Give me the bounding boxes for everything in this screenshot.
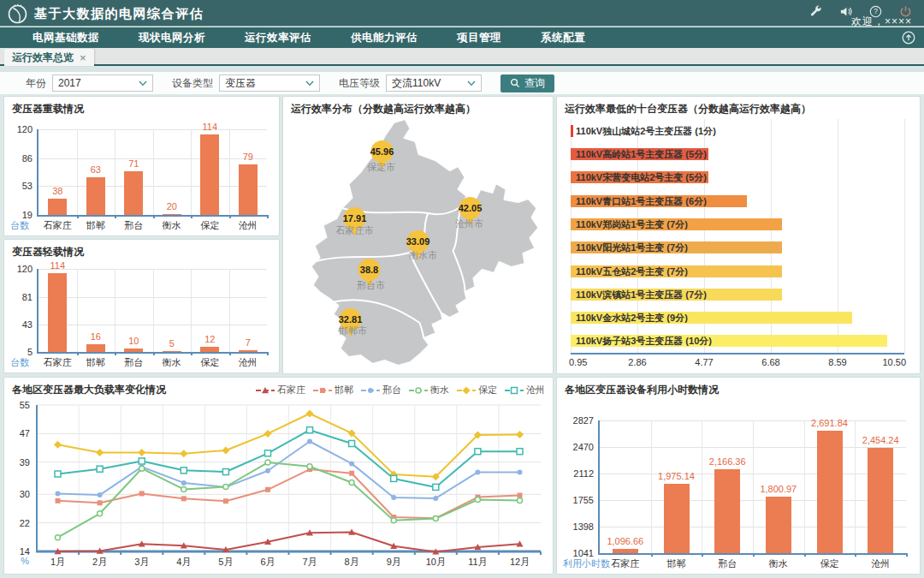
voltage-select[interactable]: 交流110kV bbox=[386, 74, 482, 92]
bar-value-label: 1,800.97 bbox=[740, 484, 817, 494]
nav-item[interactable]: 供电能力评估 bbox=[337, 31, 431, 45]
map-pin-value: 17.91 bbox=[343, 213, 367, 223]
series-marker bbox=[98, 492, 103, 498]
legend-item[interactable]: 邯郸 bbox=[313, 384, 353, 396]
x-tick-label: 5月 bbox=[218, 557, 233, 567]
bar bbox=[613, 549, 638, 553]
series-marker bbox=[98, 511, 103, 516]
bar bbox=[817, 431, 843, 553]
bar-label: 110kV五仓站2号主变 (7分) bbox=[576, 265, 688, 277]
series-marker bbox=[264, 430, 272, 438]
axis-tick bbox=[651, 553, 653, 557]
axis-tick bbox=[267, 352, 269, 355]
axis-tick bbox=[77, 352, 79, 355]
axis-tick bbox=[229, 215, 231, 218]
legend-marker bbox=[361, 386, 380, 395]
utilization-hours-bar-chart: 2827247021121755139810411,096.66石家庄1,975… bbox=[560, 398, 916, 570]
chevron-down-icon bbox=[305, 80, 314, 86]
search-button-label: 查询 bbox=[524, 76, 545, 91]
map-pin-value: 45.96 bbox=[370, 146, 394, 157]
wrench-icon[interactable] bbox=[809, 5, 822, 18]
efficiency-map: 45.96保定市17.91石家庄市33.09衡水市42.05沧州市38.8邢台市… bbox=[287, 117, 549, 370]
legend-item[interactable]: 衡水 bbox=[409, 384, 449, 396]
series-marker bbox=[306, 410, 314, 418]
bar-value-label: 2,166.36 bbox=[689, 456, 766, 467]
bar bbox=[163, 351, 181, 353]
series-marker bbox=[391, 518, 396, 523]
axis-tick bbox=[115, 352, 116, 355]
nav-item[interactable]: 系统配置 bbox=[527, 31, 599, 45]
series-marker bbox=[391, 495, 396, 500]
legend-label: 邢台 bbox=[382, 384, 401, 396]
axis-tick bbox=[115, 215, 116, 218]
series-marker bbox=[97, 466, 103, 472]
axis-tick bbox=[702, 553, 703, 557]
series-marker bbox=[181, 480, 187, 486]
tab-efficiency-overview[interactable]: 运行效率总览 × bbox=[4, 49, 94, 66]
bar-label: 110kV扬子站3号主变压器 (10分) bbox=[576, 335, 712, 347]
x-tick-label: 4.77 bbox=[687, 357, 721, 367]
tab-close-icon[interactable]: × bbox=[80, 51, 86, 64]
series-marker bbox=[307, 464, 312, 469]
panel-title: 各地区变压器最大负载率变化情况 bbox=[12, 383, 166, 397]
series-marker bbox=[265, 450, 271, 456]
panel-title: 运行效率最低的十台变压器（分数越高运行效率越高） bbox=[565, 102, 811, 116]
series-marker bbox=[463, 386, 471, 394]
map-city-label: 保定市 bbox=[367, 162, 395, 172]
x-tick-label: 8.59 bbox=[820, 357, 855, 367]
nav-item[interactable]: 运行效率评估 bbox=[231, 31, 325, 45]
legend-marker bbox=[505, 386, 524, 395]
axis-tick bbox=[191, 215, 192, 218]
series-marker bbox=[475, 498, 480, 503]
legend-item[interactable]: 邢台 bbox=[361, 384, 401, 396]
map-city-label: 衡水市 bbox=[408, 250, 437, 260]
panel-utilization-hours: 各地区变压器设备利用小时数情况 282724702112175513981041… bbox=[556, 377, 921, 575]
x-tick-label: 3月 bbox=[134, 557, 149, 567]
legend-item[interactable]: 沧州 bbox=[505, 384, 545, 396]
series-marker bbox=[433, 516, 438, 521]
speaker-icon[interactable] bbox=[839, 5, 852, 18]
circle-up-arrow-icon[interactable] bbox=[902, 31, 915, 48]
series-marker bbox=[56, 491, 61, 496]
x-tick-label: 2.86 bbox=[620, 357, 654, 367]
y-axis-name: % bbox=[21, 556, 29, 566]
line-chart-svg: 5547393022141月2月3月4月5月6月7月8月9月10月11月12月% bbox=[8, 398, 549, 570]
x-tick-label: 11月 bbox=[468, 557, 487, 567]
app-window: 基于大数据的电网综合评估 ? 欢迎，×××× 电网基础数据现状电网分析运行效率评… bbox=[0, 0, 924, 578]
x-tick-label: 10.50 bbox=[874, 357, 906, 367]
series-marker bbox=[96, 449, 104, 456]
series-marker bbox=[516, 431, 524, 438]
series-marker bbox=[98, 500, 103, 505]
bar bbox=[124, 349, 143, 352]
x-tick-label: 7月 bbox=[302, 557, 317, 567]
series-marker bbox=[181, 496, 187, 501]
x-category-label: 沧州 bbox=[210, 356, 287, 369]
y-axis-name: 台数 bbox=[10, 219, 29, 232]
nav-item[interactable]: 现状电网分析 bbox=[125, 31, 219, 45]
legend-item[interactable]: 保定 bbox=[457, 384, 497, 396]
series-marker bbox=[518, 493, 523, 498]
device-select[interactable]: 变压器 bbox=[219, 74, 320, 92]
y-tick-label: 55 bbox=[20, 400, 30, 410]
x-category-label: 沧州 bbox=[210, 219, 287, 232]
x-tick-label: 8月 bbox=[345, 557, 359, 567]
bar-value-label: 38 bbox=[19, 186, 96, 196]
search-button[interactable]: 查询 bbox=[500, 74, 554, 92]
legend-item[interactable]: 石家庄 bbox=[256, 384, 305, 396]
load-rate-line-chart: 5547393022141月2月3月4月5月6月7月8月9月10月11月12月% bbox=[8, 398, 549, 570]
year-select[interactable]: 2017 bbox=[52, 74, 153, 92]
search-icon bbox=[510, 78, 520, 88]
bar bbox=[714, 469, 740, 553]
voltage-select-value: 交流110kV bbox=[392, 76, 441, 91]
bar-label: 110kV宋营变电站2号主变 (5分) bbox=[576, 171, 707, 183]
x-category-label: 沧州 bbox=[842, 557, 919, 570]
legend-label: 邯郸 bbox=[335, 384, 353, 396]
x-tick-label: 2月 bbox=[92, 557, 107, 567]
series-marker bbox=[139, 466, 145, 471]
bar-value-label: 79 bbox=[210, 152, 287, 162]
nav-item[interactable]: 项目管理 bbox=[443, 31, 515, 45]
device-filter-label: 设备类型 bbox=[172, 76, 213, 91]
app-title: 基于大数据的电网综合评估 bbox=[34, 6, 204, 22]
x-tick-label: 10月 bbox=[426, 557, 446, 567]
nav-item[interactable]: 电网基础数据 bbox=[19, 31, 113, 45]
